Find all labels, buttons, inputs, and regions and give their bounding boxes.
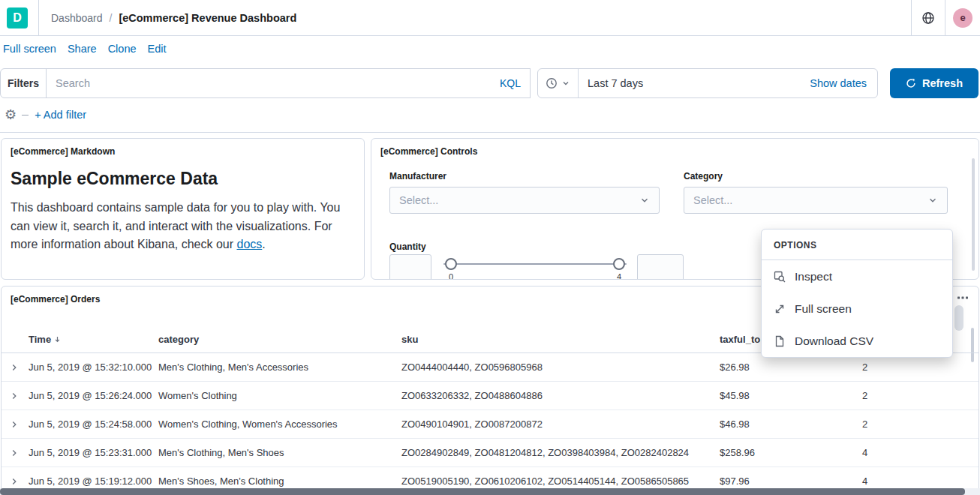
cell-sku: ZO0490104901, ZO0087200872 <box>401 418 720 430</box>
cell-time: Jun 5, 2019 @ 15:23:31.000 <box>29 447 158 458</box>
cell-sku: ZO0284902849, ZO0481204812, ZO0398403984… <box>401 447 720 458</box>
quantity-max-value: 4 <box>617 272 621 280</box>
expand-row-button[interactable] <box>9 391 20 401</box>
markdown-heading: Sample eCommerce Data <box>11 169 355 189</box>
markdown-text: This dashboard contains sample data for … <box>11 201 340 250</box>
inspect-menu-item[interactable]: Inspect <box>762 260 952 292</box>
horizontal-scrollbar-thumb[interactable] <box>0 488 965 495</box>
download-csv-menu-item[interactable]: Download CSV <box>762 325 952 357</box>
expand-row-button[interactable] <box>9 362 20 373</box>
category-select[interactable]: Select... <box>684 187 948 214</box>
cell-quantity: 2 <box>862 362 979 373</box>
globe-icon <box>921 11 935 25</box>
markdown-panel-title: [eCommerce] Markdown <box>11 146 355 157</box>
expand-row-button[interactable] <box>9 448 20 458</box>
filter-bar: ⚙ + Add filter <box>5 106 86 123</box>
fullscreen-icon <box>774 303 786 315</box>
document-icon <box>774 335 786 347</box>
cell-category: Women's Clothing, Women's Accessories <box>158 418 401 430</box>
breadcrumb-separator: / <box>110 12 113 24</box>
expand-row-button[interactable] <box>9 419 20 430</box>
filter-bar-dash <box>22 115 29 116</box>
refresh-button[interactable]: Refresh <box>890 68 978 98</box>
breadcrumb-dashboard[interactable]: Dashboard <box>51 12 103 24</box>
page-title: [eCommerce] Revenue Dashboard <box>119 12 296 24</box>
quantity-min-input[interactable] <box>389 254 431 280</box>
download-csv-label: Download CSV <box>795 334 873 348</box>
refresh-icon <box>906 78 916 88</box>
table-row: Jun 5, 2019 @ 15:23:31.000 Men's Clothin… <box>2 439 979 467</box>
cell-price: $45.98 <box>720 390 862 401</box>
column-header-time[interactable]: Time <box>29 334 158 345</box>
quantity-slider-handle-max[interactable] <box>613 258 625 270</box>
cell-category: Women's Clothing <box>158 390 401 401</box>
filters-button[interactable]: Filters <box>0 68 47 98</box>
manufacturer-select[interactable]: Select... <box>389 187 660 214</box>
quantity-slider-track <box>443 263 627 265</box>
cell-time: Jun 5, 2019 @ 15:32:10.000 <box>29 362 158 373</box>
quantity-min-value: 0 <box>449 272 453 280</box>
kql-button[interactable]: KQL <box>500 77 521 89</box>
full-screen-menu-item[interactable]: Full screen <box>762 292 952 325</box>
add-filter-button[interactable]: + Add filter <box>35 109 86 121</box>
docs-link[interactable]: docs <box>237 238 263 250</box>
chevron-down-icon <box>639 195 650 206</box>
full-screen-label: Full screen <box>795 302 852 316</box>
deployment-button[interactable] <box>912 0 945 36</box>
time-range-value[interactable]: Last 7 days <box>579 77 652 89</box>
cell-category: Men's Clothing, Men's Shoes <box>158 447 401 458</box>
cell-quantity: 2 <box>862 418 979 430</box>
markdown-panel: [eCommerce] Markdown Sample eCommerce Da… <box>1 138 365 280</box>
horizontal-scrollbar-track <box>0 488 980 495</box>
expand-row-button[interactable] <box>9 476 20 487</box>
header-divider <box>38 0 39 35</box>
query-bar-rule <box>0 132 980 133</box>
column-header-category[interactable]: category <box>158 334 401 345</box>
full-screen-link[interactable]: Full screen <box>3 43 56 55</box>
manufacturer-label: Manufacturer <box>389 171 446 182</box>
quantity-slider-handle-min[interactable] <box>445 258 457 270</box>
markdown-text-end: . <box>262 238 265 250</box>
share-link[interactable]: Share <box>68 43 97 55</box>
elastic-logo[interactable]: D <box>7 8 28 28</box>
category-placeholder: Select... <box>693 194 927 206</box>
sort-down-icon <box>53 335 62 344</box>
popover-title: OPTIONS <box>762 230 952 260</box>
boxes-horizontal-icon <box>957 292 969 304</box>
cell-time: Jun 5, 2019 @ 15:26:24.000 <box>29 390 158 401</box>
time-picker: Last 7 days Show dates <box>537 68 878 98</box>
cell-time: Jun 5, 2019 @ 15:19:12.000 <box>29 476 158 487</box>
controls-scrollbar-thumb[interactable] <box>972 158 975 271</box>
manufacturer-placeholder: Select... <box>399 194 639 206</box>
orders-panel-title: [eCommerce] Orders <box>11 294 100 304</box>
user-avatar[interactable]: e <box>953 8 972 28</box>
cell-quantity: 2 <box>862 390 979 401</box>
search-input[interactable] <box>56 77 494 89</box>
inspect-icon <box>774 271 786 283</box>
edit-link[interactable]: Edit <box>148 43 167 55</box>
cell-sku: ZO0633206332, ZO0488604886 <box>401 390 720 401</box>
cell-price: $258.96 <box>720 447 862 458</box>
cell-quantity: 4 <box>862 476 979 487</box>
breadcrumb: Dashboard / [eCommerce] Revenue Dashboar… <box>51 12 296 24</box>
cell-category: Men's Clothing, Men's Accessories <box>158 362 401 373</box>
panel-options-popover: OPTIONS Inspect Full screen Download CSV <box>761 229 953 358</box>
controls-panel-title: [eCommerce] Controls <box>380 146 477 157</box>
cell-price: $26.98 <box>720 362 862 373</box>
table-row: Jun 5, 2019 @ 15:26:24.000 Women's Cloth… <box>2 382 979 410</box>
cell-quantity: 4 <box>862 447 979 458</box>
clone-link[interactable]: Clone <box>108 43 137 55</box>
search-box: KQL <box>46 68 531 98</box>
app-header: D Dashboard / [eCommerce] Revenue Dashbo… <box>0 0 980 36</box>
clock-icon <box>546 77 558 89</box>
panel-options-button[interactable] <box>954 291 971 304</box>
column-header-sku[interactable]: sku <box>401 334 720 345</box>
time-picker-quick-menu-button[interactable] <box>538 69 578 98</box>
quantity-max-input[interactable] <box>637 254 684 280</box>
gear-icon[interactable]: ⚙ <box>5 108 17 122</box>
cell-category: Men's Shoes, Men's Clothing <box>158 476 401 487</box>
cell-sku: ZO0444004440, ZO0596805968 <box>401 362 720 373</box>
inspect-label: Inspect <box>795 270 832 284</box>
chevron-down-icon <box>561 79 570 88</box>
show-dates-button[interactable]: Show dates <box>810 77 877 89</box>
